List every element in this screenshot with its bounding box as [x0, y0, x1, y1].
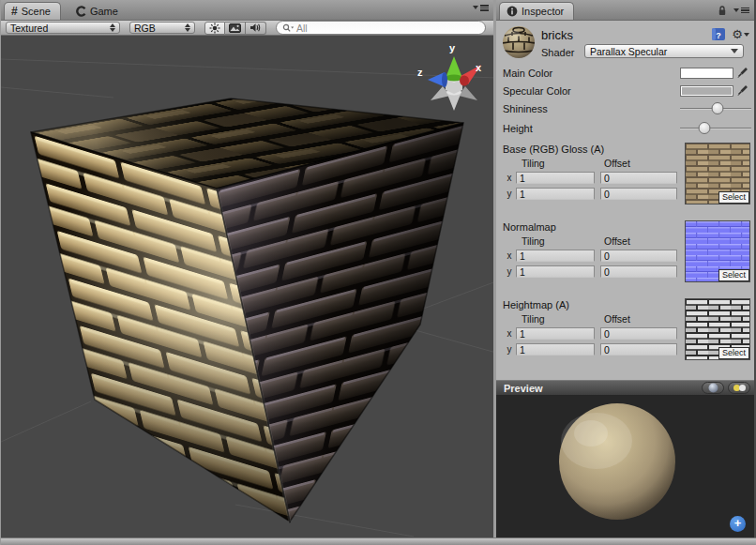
- render-mode-value: Textured: [10, 23, 104, 34]
- info-icon: [507, 6, 518, 17]
- base-select-button[interactable]: Select: [718, 191, 749, 204]
- scene-orientation-gizmo[interactable]: y x z: [417, 42, 482, 111]
- unity-editor-window: # Scene Game Textured RGB: [0, 0, 756, 545]
- axis-x-label: x: [503, 173, 516, 183]
- audio-speaker-icon: [249, 23, 262, 33]
- height-offset-y-input[interactable]: [600, 343, 677, 356]
- height-slider-knob[interactable]: [698, 122, 710, 134]
- lighting-toggle-button[interactable]: [204, 22, 225, 35]
- height-tiling-y-input[interactable]: [516, 343, 595, 356]
- tab-inspector[interactable]: Inspector: [499, 2, 574, 20]
- height-select-button[interactable]: Select: [718, 347, 749, 359]
- search-icon: [282, 23, 294, 33]
- grid-icon: #: [11, 5, 18, 18]
- offset-header: Offset: [604, 313, 679, 325]
- shininess-slider[interactable]: [680, 102, 751, 114]
- plus-icon[interactable]: +: [730, 516, 746, 532]
- brick-cube[interactable]: [31, 98, 463, 522]
- updown-arrows-icon: [110, 23, 115, 32]
- updown-arrows-icon: [185, 23, 190, 32]
- scene-3d-render: y x z: [1, 36, 493, 537]
- normal-select-button[interactable]: Select: [718, 269, 749, 281]
- inspector-body: bricks Shader Parallax Specular ? ⚙: [496, 21, 754, 380]
- eyedropper-icon[interactable]: [736, 84, 748, 97]
- specular-color-label: Specular Color: [503, 85, 680, 97]
- height-tiling-x-input[interactable]: [516, 327, 595, 340]
- gear-icon[interactable]: ⚙: [732, 27, 749, 41]
- base-tiling-y-input[interactable]: [516, 188, 595, 200]
- inspector-pane: Inspector: [496, 0, 754, 537]
- sphere-icon: [708, 383, 718, 393]
- material-name: bricks: [541, 28, 573, 42]
- normal-tiling-x-input[interactable]: [516, 250, 595, 262]
- lighting-toggle-icon: [733, 384, 747, 392]
- normal-texture-thumbnail[interactable]: Select: [685, 220, 750, 282]
- color-channel-value: RGB: [134, 23, 179, 34]
- height-slider[interactable]: [680, 122, 751, 134]
- axis-x-label: x: [503, 328, 516, 339]
- color-channel-dropdown[interactable]: RGB: [129, 22, 195, 34]
- scene-search-field[interactable]: All: [276, 21, 486, 35]
- main-color-label: Main Color: [503, 68, 680, 79]
- preview-header[interactable]: Preview: [496, 380, 754, 396]
- tab-game[interactable]: Game: [68, 2, 128, 20]
- base-map-section: Base (RGB) Gloss (A) Tiling Offset x y: [496, 143, 754, 206]
- search-value: All: [296, 23, 308, 34]
- specular-color-row: Specular Color: [496, 82, 754, 99]
- shininess-slider-knob[interactable]: [711, 102, 723, 114]
- offset-header: Offset: [604, 235, 679, 248]
- preview-title: Preview: [504, 383, 543, 394]
- normal-offset-x-input[interactable]: [600, 250, 677, 262]
- axis-y-label: y: [503, 189, 516, 199]
- normalmap-section: Normalmap Tiling Offset x y: [496, 220, 754, 284]
- main-color-swatch[interactable]: [680, 68, 733, 79]
- normal-tiling-y-input[interactable]: [516, 265, 595, 278]
- svg-text:?: ?: [717, 31, 722, 40]
- lock-icon[interactable]: [718, 5, 727, 16]
- scene-pane: # Scene Game Textured RGB: [1, 0, 496, 537]
- inspector-panel-menu-icon[interactable]: [733, 8, 749, 14]
- tiling-header: Tiling: [522, 158, 604, 170]
- preview-mesh-button[interactable]: [702, 382, 724, 394]
- scene-tabstrip: # Scene Game: [1, 0, 493, 21]
- skybox-toggle-button[interactable]: [225, 22, 246, 35]
- tab-game-label: Game: [90, 6, 118, 17]
- height-label: Height: [503, 123, 680, 134]
- base-offset-y-input[interactable]: [600, 188, 677, 200]
- shader-label: Shader: [541, 47, 574, 58]
- chevron-down-icon: [731, 49, 738, 53]
- game-icon: [75, 6, 86, 17]
- window-bottom-edge: [1, 537, 756, 545]
- shader-value: Parallax Specular: [590, 46, 667, 57]
- inspector-tabstrip: Inspector: [496, 0, 754, 21]
- tiling-header: Tiling: [522, 313, 604, 325]
- shader-dropdown[interactable]: Parallax Specular: [584, 44, 744, 58]
- scene-toolbar: Textured RGB: [1, 21, 493, 36]
- eyedropper-icon[interactable]: [736, 67, 748, 79]
- base-tiling-x-input[interactable]: [516, 172, 595, 184]
- scene-panel-menu-icon[interactable]: [473, 5, 489, 11]
- render-mode-dropdown[interactable]: Textured: [6, 22, 120, 34]
- height-row: Height: [496, 119, 754, 137]
- height-offset-x-input[interactable]: [600, 327, 677, 340]
- preview-lighting-button[interactable]: [728, 382, 750, 394]
- base-texture-thumbnail[interactable]: Select: [685, 143, 750, 204]
- base-offset-x-input[interactable]: [600, 172, 677, 184]
- heightmap-section: Heightmap (A) Tiling Offset x y: [496, 298, 754, 362]
- height-texture-thumbnail[interactable]: Select: [685, 298, 750, 360]
- scene-viewport[interactable]: y x z: [1, 36, 493, 537]
- gizmo-y-label: y: [449, 42, 456, 53]
- specular-color-swatch[interactable]: [680, 85, 733, 97]
- material-preview-area[interactable]: +: [496, 396, 754, 537]
- main-color-row: Main Color: [496, 64, 754, 82]
- shininess-label: Shininess: [503, 103, 680, 114]
- axis-x-label: x: [503, 250, 516, 261]
- audio-toggle-button[interactable]: [246, 22, 266, 35]
- normal-offset-y-input[interactable]: [600, 265, 677, 278]
- tab-scene[interactable]: # Scene: [4, 2, 61, 20]
- axis-y-label: y: [503, 344, 516, 355]
- help-book-icon[interactable]: ?: [711, 27, 726, 41]
- lighting-sun-icon: [209, 23, 220, 34]
- tab-scene-label: Scene: [22, 6, 51, 17]
- offset-header: Offset: [604, 158, 679, 170]
